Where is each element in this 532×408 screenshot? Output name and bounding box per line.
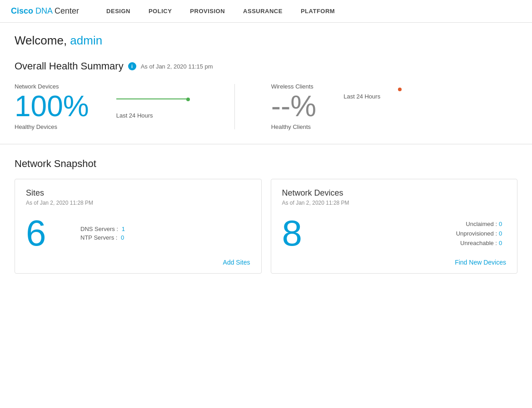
find-new-devices-link[interactable]: Find New Devices xyxy=(455,259,506,266)
nav-provision[interactable]: PROVISION xyxy=(181,0,234,23)
health-divider xyxy=(234,84,235,129)
network-sparkline-block: Last 24 Hours xyxy=(116,83,198,119)
unprovisioned-stat: Unprovisioned : 0 xyxy=(456,230,506,237)
sites-card-footer: Add Sites xyxy=(26,259,250,266)
dns-stat: DNS Servers : 1 xyxy=(80,226,125,232)
nav-policy[interactable]: POLICY xyxy=(139,0,181,23)
add-sites-link[interactable]: Add Sites xyxy=(223,259,250,266)
health-header: Overall Health Summary i As of Jan 2, 20… xyxy=(15,60,517,72)
snapshot-title: Network Snapshot xyxy=(15,158,517,170)
healthy-devices-label: Healthy Devices xyxy=(15,123,57,130)
welcome-heading: Welcome, admin xyxy=(15,34,517,48)
navbar: Cisco DNA Center DESIGN POLICY PROVISION… xyxy=(0,0,532,23)
snapshot-section: Network Snapshot Sites As of Jan 2, 2020… xyxy=(0,144,532,283)
wireless-clients-block: Wireless Clients --% Healthy Clients xyxy=(271,83,317,130)
wireless-value: --% xyxy=(271,92,317,121)
ntp-stat: NTP Servers : 0 xyxy=(80,234,125,241)
unreachable-value: 0 xyxy=(499,240,506,246)
network-devices-card-timestamp: As of Jan 2, 2020 11:28 PM xyxy=(282,200,507,206)
sparkline-container xyxy=(116,83,198,110)
sparkline-label: Last 24 Hours xyxy=(116,112,153,119)
nav-links: DESIGN POLICY PROVISION ASSURANCE PLATFO… xyxy=(97,0,344,23)
healthy-clients-label: Healthy Clients xyxy=(271,123,311,130)
network-devices-label: Network Devices xyxy=(15,83,59,90)
network-devices-value: 100% xyxy=(15,92,89,121)
ntp-value: 0 xyxy=(121,234,124,241)
dns-value: 1 xyxy=(122,226,125,232)
nav-platform[interactable]: PLATFORM xyxy=(292,0,344,23)
network-devices-stats: Unclaimed : 0 Unprovisioned : 0 Unreacha… xyxy=(456,221,506,246)
unclaimed-label: Unclaimed : xyxy=(466,221,497,227)
info-icon[interactable]: i xyxy=(128,62,136,70)
sites-card-timestamp: As of Jan 2, 2020 11:28 PM xyxy=(26,200,250,206)
health-grid: Network Devices 100% Healthy Devices Las… xyxy=(15,83,517,130)
sites-stats: DNS Servers : 1 NTP Servers : 0 xyxy=(80,226,125,241)
network-devices-card-body: 8 Unclaimed : 0 Unprovisioned : 0 Unreac… xyxy=(282,215,507,251)
network-devices-card: Network Devices As of Jan 2, 2020 11:28 … xyxy=(271,179,518,274)
wireless-sparkline-block: Last 24 Hours xyxy=(343,83,402,100)
sparkline-line xyxy=(116,98,189,99)
ntp-label: NTP Servers : xyxy=(80,234,117,241)
health-summary-section: Overall Health Summary i As of Jan 2, 20… xyxy=(0,51,532,144)
sparkline-dot xyxy=(186,98,190,101)
sites-card: Sites As of Jan 2, 2020 11:28 PM 6 DNS S… xyxy=(15,179,262,274)
brand-center: Center xyxy=(52,6,79,15)
nav-assurance[interactable]: ASSURANCE xyxy=(234,0,292,23)
network-devices-card-title: Network Devices xyxy=(282,188,507,198)
dns-label: DNS Servers : xyxy=(80,226,118,232)
unprovisioned-value: 0 xyxy=(499,230,506,237)
snapshot-cards: Sites As of Jan 2, 2020 11:28 PM 6 DNS S… xyxy=(15,179,517,274)
brand-cisco: Cisco xyxy=(11,6,33,15)
health-timestamp: As of Jan 2, 2020 11:15 pm xyxy=(141,63,213,70)
unreachable-stat: Unreachable : 0 xyxy=(460,240,506,246)
welcome-text: Welcome, xyxy=(15,34,70,47)
network-devices-health-block: Network Devices 100% Healthy Devices xyxy=(15,83,89,130)
unprovisioned-label: Unprovisioned : xyxy=(456,230,497,237)
wireless-last24-label: Last 24 Hours xyxy=(343,93,380,100)
sites-card-body: 6 DNS Servers : 1 NTP Servers : 0 xyxy=(26,215,250,251)
welcome-section: Welcome, admin xyxy=(0,23,532,51)
health-title: Overall Health Summary xyxy=(15,60,124,72)
network-devices-card-footer: Find New Devices xyxy=(282,259,507,266)
brand-dna: DNA xyxy=(33,6,52,15)
wireless-sparkline-dot xyxy=(398,88,402,91)
sites-count: 6 xyxy=(26,215,62,251)
sites-card-title: Sites xyxy=(26,188,250,198)
unreachable-label: Unreachable : xyxy=(460,240,497,246)
brand-logo[interactable]: Cisco DNA Center xyxy=(11,6,79,16)
unclaimed-value: 0 xyxy=(499,221,506,227)
wireless-clients-label: Wireless Clients xyxy=(271,83,313,90)
unclaimed-stat: Unclaimed : 0 xyxy=(466,221,506,227)
network-devices-count: 8 xyxy=(282,215,318,251)
welcome-user: admin xyxy=(70,34,102,47)
nav-design[interactable]: DESIGN xyxy=(97,0,139,23)
